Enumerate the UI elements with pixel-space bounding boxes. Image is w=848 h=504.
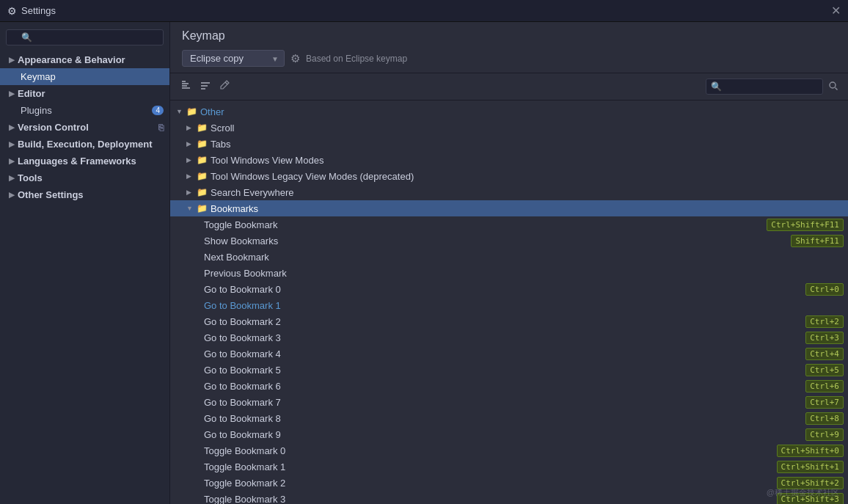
row-label-toggle-0: Toggle Bookmark 0	[204, 445, 771, 456]
folder-icon-tool-legacy: 📁	[197, 171, 208, 181]
tree-row-toggle-bookmark[interactable]: Toggle Bookmark Ctrl+Shift+F11	[170, 216, 848, 233]
search-options-svg	[827, 80, 839, 92]
shortcut-goto-8: Ctrl+8	[805, 412, 844, 425]
tree-row-tabs[interactable]: ▶ 📁 Tabs	[170, 136, 848, 152]
shortcut-goto-2: Ctrl+2	[805, 315, 844, 328]
sidebar-item-version-control[interactable]: ▶ Version Control ⎘	[0, 119, 169, 136]
edit-shortcut-button[interactable]	[217, 78, 232, 95]
tree-row-goto-4[interactable]: Go to Bookmark 4 Ctrl+4	[170, 346, 848, 362]
tree-row-bookmarks[interactable]: ▼ 📁 Bookmarks	[170, 200, 848, 216]
window-controls: ✕	[831, 5, 841, 17]
tree-row-tool-legacy[interactable]: ▶ 📁 Tool Windows Legacy View Modes (depr…	[170, 168, 848, 184]
keymap-gear-button[interactable]: ⚙	[290, 52, 300, 65]
keymap-search-input[interactable]	[706, 78, 823, 95]
tree-row-previous-bookmark[interactable]: Previous Bookmark	[170, 265, 848, 281]
sidebar-item-tools[interactable]: ▶ Tools	[0, 169, 169, 186]
toggle-icon-other: ▼	[176, 108, 185, 115]
content-area: Keymap Eclipse copy ▼ ⚙ Based on Eclipse…	[170, 22, 848, 504]
tree-row-tool-view[interactable]: ▶ 📁 Tool Windows View Modes	[170, 152, 848, 168]
tree-row-search-everywhere[interactable]: ▶ 📁 Search Everywhere	[170, 184, 848, 200]
search-options-icon[interactable]	[827, 80, 839, 94]
collapse-all-button[interactable]	[198, 78, 213, 95]
arrow-icon-editor: ▶	[9, 90, 15, 98]
row-label-goto-4: Go to Bookmark 4	[204, 348, 800, 359]
row-label-tool-view: Tool Windows View Modes	[211, 155, 844, 166]
shortcut-goto-6: Ctrl+6	[805, 380, 844, 392]
toolbar-row	[170, 73, 848, 101]
toggle-icon-tool-view: ▶	[186, 156, 195, 164]
tree-row-toggle-0[interactable]: Toggle Bookmark 0 Ctrl+Shift+0	[170, 442, 848, 459]
sidebar-item-build[interactable]: ▶ Build, Execution, Deployment	[0, 136, 169, 153]
edit-icon	[219, 79, 230, 91]
row-label-previous-bookmark: Previous Bookmark	[204, 268, 844, 279]
expand-all-icon	[180, 79, 192, 91]
tree-row-goto-1[interactable]: Go to Bookmark 1	[170, 297, 848, 313]
row-label-goto-8: Go to Bookmark 8	[204, 413, 800, 424]
tree-row-next-bookmark[interactable]: Next Bookmark	[170, 249, 848, 265]
tree-row-toggle-3[interactable]: Toggle Bookmark 3 Ctrl+Shift+3	[170, 491, 848, 504]
arrow-icon-build: ▶	[9, 140, 15, 148]
arrow-icon-other: ▶	[9, 191, 15, 199]
sidebar-item-plugins[interactable]: Plugins 4	[0, 102, 169, 119]
tree-row-goto-5[interactable]: Go to Bookmark 5 Ctrl+5	[170, 362, 848, 378]
sidebar-item-keymap[interactable]: Keymap	[0, 68, 169, 85]
tree-row-goto-2[interactable]: Go to Bookmark 2 Ctrl+2	[170, 313, 848, 329]
shortcut-toggle-0: Ctrl+Shift+0	[777, 445, 844, 457]
row-label-goto-2: Go to Bookmark 2	[204, 316, 800, 327]
row-label-goto-6: Go to Bookmark 6	[204, 381, 800, 392]
shortcut-toggle-1: Ctrl+Shift+1	[777, 461, 844, 473]
row-label-bookmarks: Bookmarks	[211, 203, 844, 214]
row-label-other: Other	[200, 106, 844, 117]
keymap-controls: Eclipse copy ▼ ⚙ Based on Eclipse keymap	[182, 50, 836, 67]
tree-row-goto-0[interactable]: Go to Bookmark 0 Ctrl+0	[170, 281, 848, 297]
row-label-goto-7: Go to Bookmark 7	[204, 397, 800, 408]
tree-row-goto-6[interactable]: Go to Bookmark 6 Ctrl+6	[170, 378, 848, 394]
vc-icon: ⎘	[158, 123, 164, 133]
svg-rect-6	[201, 88, 205, 90]
tree-content[interactable]: ▼ 📁 Other ▶ 📁 Scroll ▶ 📁 Tabs ▶ 📁 Tool W…	[170, 101, 848, 504]
tree-row-goto-3[interactable]: Go to Bookmark 3 Ctrl+3	[170, 329, 848, 346]
keymap-select-wrap: Eclipse copy ▼	[182, 50, 285, 67]
row-label-goto-9: Go to Bookmark 9	[204, 429, 800, 440]
window-title: Settings	[21, 5, 56, 16]
svg-rect-1	[182, 83, 189, 84]
sidebar-item-editor[interactable]: ▶ Editor	[0, 85, 169, 102]
keymap-select[interactable]: Eclipse copy	[182, 50, 285, 67]
tree-row-other[interactable]: ▼ 📁 Other	[170, 103, 848, 120]
sidebar-search-input[interactable]	[6, 29, 164, 45]
sidebar-search-wrap	[0, 26, 169, 51]
row-label-goto-3: Go to Bookmark 3	[204, 332, 800, 343]
svg-rect-2	[182, 85, 187, 87]
folder-icon-other: 📁	[186, 106, 197, 117]
expand-all-button[interactable]	[179, 78, 194, 95]
svg-rect-3	[182, 87, 190, 89]
sidebar-item-languages[interactable]: ▶ Languages & Frameworks	[0, 153, 169, 169]
content-header: Keymap Eclipse copy ▼ ⚙ Based on Eclipse…	[170, 22, 848, 73]
tree-row-scroll[interactable]: ▶ 📁 Scroll	[170, 120, 848, 136]
keymap-based-label: Based on Eclipse keymap	[306, 54, 407, 64]
row-label-next-bookmark: Next Bookmark	[204, 252, 844, 263]
tree-row-goto-7[interactable]: Go to Bookmark 7 Ctrl+7	[170, 394, 848, 410]
close-button[interactable]: ✕	[831, 5, 841, 17]
svg-line-9	[836, 87, 838, 90]
toolbar-search	[706, 78, 839, 95]
row-label-toggle-2: Toggle Bookmark 2	[204, 478, 771, 489]
toggle-icon-search: ▶	[186, 189, 195, 196]
app-icon: ⚙	[7, 5, 17, 17]
tree-row-show-bookmarks[interactable]: Show Bookmarks Shift+F11	[170, 233, 848, 249]
sidebar-item-appearance[interactable]: ▶ Appearance & Behavior	[0, 51, 169, 68]
toggle-icon-bookmarks: ▼	[186, 205, 195, 212]
sidebar-item-other-settings[interactable]: ▶ Other Settings	[0, 186, 169, 203]
row-label-toggle-1: Toggle Bookmark 1	[204, 461, 771, 472]
shortcut-goto-5: Ctrl+5	[805, 364, 844, 376]
row-label-scroll: Scroll	[211, 123, 844, 134]
folder-icon-tool-view: 📁	[197, 155, 208, 165]
tree-row-toggle-1[interactable]: Toggle Bookmark 1 Ctrl+Shift+1	[170, 459, 848, 475]
collapse-all-icon	[200, 79, 211, 91]
arrow-icon: ▶	[9, 56, 15, 64]
tree-row-goto-8[interactable]: Go to Bookmark 8 Ctrl+8	[170, 410, 848, 426]
tree-row-toggle-2[interactable]: Toggle Bookmark 2 Ctrl+Shift+2	[170, 475, 848, 491]
arrow-icon-vc: ▶	[9, 123, 15, 131]
shortcut-show-bookmarks: Shift+F11	[791, 235, 844, 247]
tree-row-goto-9[interactable]: Go to Bookmark 9 Ctrl+9	[170, 426, 848, 442]
